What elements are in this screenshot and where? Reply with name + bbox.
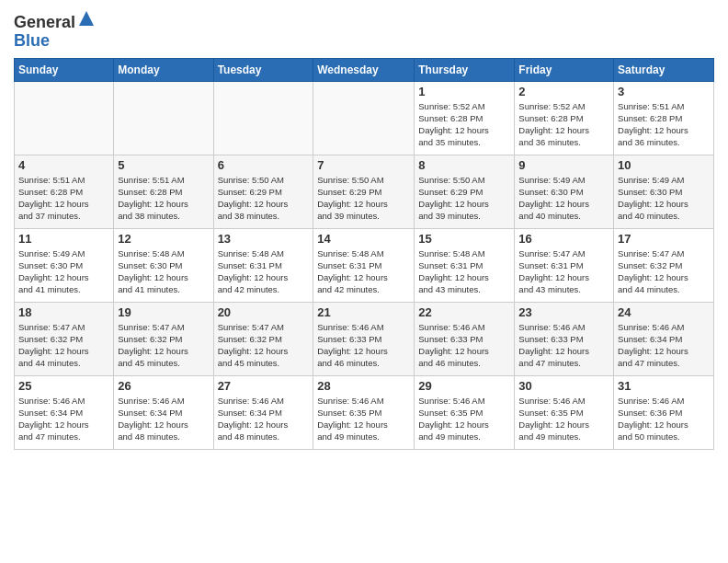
header: General Blue	[14, 9, 714, 51]
calendar-week-2: 4Sunrise: 5:51 AMSunset: 6:28 PMDaylight…	[15, 155, 714, 228]
day-info: Sunrise: 5:51 AMSunset: 6:28 PMDaylight:…	[118, 174, 209, 223]
day-info: Sunrise: 5:48 AMSunset: 6:31 PMDaylight:…	[218, 247, 310, 296]
day-number: 11	[18, 232, 109, 246]
calendar-cell: 21Sunrise: 5:46 AMSunset: 6:33 PMDayligh…	[313, 302, 415, 375]
day-number: 8	[418, 158, 510, 172]
calendar-cell: 29Sunrise: 5:46 AMSunset: 6:35 PMDayligh…	[415, 375, 515, 449]
logo-blue-text: Blue	[14, 31, 50, 50]
calendar-cell: 7Sunrise: 5:50 AMSunset: 6:29 PMDaylight…	[313, 155, 415, 228]
logo-general-text: General	[14, 13, 75, 31]
page: General Blue SundayMondayTuesdayWednesda…	[0, 0, 728, 563]
calendar-cell: 30Sunrise: 5:46 AMSunset: 6:35 PMDayligh…	[515, 375, 614, 449]
day-number: 15	[418, 232, 510, 246]
day-info: Sunrise: 5:46 AMSunset: 6:36 PMDaylight:…	[618, 395, 710, 443]
day-number: 31	[618, 379, 710, 393]
day-number: 20	[218, 305, 310, 319]
day-info: Sunrise: 5:46 AMSunset: 6:34 PMDaylight:…	[618, 321, 710, 370]
day-number: 2	[518, 85, 609, 98]
calendar-cell: 22Sunrise: 5:46 AMSunset: 6:33 PMDayligh…	[415, 302, 515, 375]
day-info: Sunrise: 5:52 AMSunset: 6:28 PMDaylight:…	[518, 100, 609, 149]
calendar-cell: 3Sunrise: 5:51 AMSunset: 6:28 PMDaylight…	[614, 81, 714, 155]
calendar-table: SundayMondayTuesdayWednesdayThursdayFrid…	[14, 58, 714, 450]
calendar-cell: 9Sunrise: 5:49 AMSunset: 6:30 PMDaylight…	[515, 155, 614, 228]
day-number: 18	[18, 305, 109, 319]
calendar-cell: 5Sunrise: 5:51 AMSunset: 6:28 PMDaylight…	[114, 155, 213, 228]
calendar-cell: 25Sunrise: 5:46 AMSunset: 6:34 PMDayligh…	[15, 375, 114, 449]
weekday-header-sunday: Sunday	[15, 58, 114, 81]
calendar-cell: 4Sunrise: 5:51 AMSunset: 6:28 PMDaylight…	[15, 155, 114, 228]
day-info: Sunrise: 5:46 AMSunset: 6:34 PMDaylight:…	[218, 395, 310, 443]
day-number: 13	[218, 232, 310, 246]
day-number: 16	[518, 232, 609, 246]
day-info: Sunrise: 5:47 AMSunset: 6:32 PMDaylight:…	[618, 247, 710, 296]
day-number: 10	[618, 158, 710, 172]
day-info: Sunrise: 5:46 AMSunset: 6:35 PMDaylight:…	[317, 395, 410, 443]
day-info: Sunrise: 5:46 AMSunset: 6:34 PMDaylight:…	[118, 395, 209, 443]
calendar-cell: 11Sunrise: 5:49 AMSunset: 6:30 PMDayligh…	[15, 228, 114, 302]
day-info: Sunrise: 5:48 AMSunset: 6:31 PMDaylight:…	[317, 247, 410, 296]
calendar-cell: 13Sunrise: 5:48 AMSunset: 6:31 PMDayligh…	[213, 228, 313, 302]
day-number: 12	[118, 232, 209, 246]
calendar-cell: 26Sunrise: 5:46 AMSunset: 6:34 PMDayligh…	[114, 375, 213, 449]
day-info: Sunrise: 5:47 AMSunset: 6:32 PMDaylight:…	[218, 321, 310, 370]
day-info: Sunrise: 5:46 AMSunset: 6:33 PMDaylight:…	[518, 321, 609, 370]
day-number: 29	[418, 379, 510, 393]
day-number: 25	[18, 379, 109, 393]
day-number: 26	[118, 379, 209, 393]
day-number: 4	[18, 158, 109, 172]
calendar-cell: 6Sunrise: 5:50 AMSunset: 6:29 PMDaylight…	[213, 155, 313, 228]
day-number: 14	[317, 232, 410, 246]
weekday-header-wednesday: Wednesday	[313, 58, 415, 81]
weekday-header-monday: Monday	[114, 58, 213, 81]
day-info: Sunrise: 5:50 AMSunset: 6:29 PMDaylight:…	[418, 174, 510, 223]
weekday-header-saturday: Saturday	[614, 58, 714, 81]
weekday-header-friday: Friday	[515, 58, 614, 81]
calendar-cell: 16Sunrise: 5:47 AMSunset: 6:31 PMDayligh…	[515, 228, 614, 302]
day-info: Sunrise: 5:49 AMSunset: 6:30 PMDaylight:…	[618, 174, 710, 223]
calendar-cell: 10Sunrise: 5:49 AMSunset: 6:30 PMDayligh…	[614, 155, 714, 228]
day-info: Sunrise: 5:48 AMSunset: 6:31 PMDaylight:…	[418, 247, 510, 296]
day-number: 5	[118, 158, 209, 172]
calendar-cell: 1Sunrise: 5:52 AMSunset: 6:28 PMDaylight…	[415, 81, 515, 155]
calendar-cell: 8Sunrise: 5:50 AMSunset: 6:29 PMDaylight…	[415, 155, 515, 228]
day-number: 1	[418, 85, 510, 98]
day-info: Sunrise: 5:46 AMSunset: 6:35 PMDaylight:…	[518, 395, 609, 443]
day-info: Sunrise: 5:47 AMSunset: 6:31 PMDaylight:…	[518, 247, 609, 296]
day-info: Sunrise: 5:47 AMSunset: 6:32 PMDaylight:…	[18, 321, 109, 370]
day-info: Sunrise: 5:46 AMSunset: 6:35 PMDaylight:…	[418, 395, 510, 443]
calendar-week-1: 1Sunrise: 5:52 AMSunset: 6:28 PMDaylight…	[15, 81, 714, 155]
day-number: 6	[218, 158, 310, 172]
day-number: 24	[618, 305, 710, 319]
day-number: 3	[618, 85, 710, 98]
day-number: 28	[317, 379, 410, 393]
calendar-cell: 31Sunrise: 5:46 AMSunset: 6:36 PMDayligh…	[614, 375, 714, 449]
calendar-cell: 19Sunrise: 5:47 AMSunset: 6:32 PMDayligh…	[114, 302, 213, 375]
day-number: 21	[317, 305, 410, 319]
calendar-cell: 14Sunrise: 5:48 AMSunset: 6:31 PMDayligh…	[313, 228, 415, 302]
calendar-cell: 20Sunrise: 5:47 AMSunset: 6:32 PMDayligh…	[213, 302, 313, 375]
calendar-cell	[313, 81, 415, 155]
day-info: Sunrise: 5:50 AMSunset: 6:29 PMDaylight:…	[317, 174, 410, 223]
weekday-header-row: SundayMondayTuesdayWednesdayThursdayFrid…	[15, 58, 714, 81]
day-number: 30	[518, 379, 609, 393]
day-info: Sunrise: 5:49 AMSunset: 6:30 PMDaylight:…	[518, 174, 609, 223]
logo: General Blue	[14, 9, 96, 51]
day-info: Sunrise: 5:49 AMSunset: 6:30 PMDaylight:…	[18, 247, 109, 296]
day-number: 27	[218, 379, 310, 393]
day-info: Sunrise: 5:52 AMSunset: 6:28 PMDaylight:…	[418, 100, 510, 149]
svg-marker-0	[79, 11, 94, 26]
calendar-cell	[15, 81, 114, 155]
weekday-header-thursday: Thursday	[415, 58, 515, 81]
day-number: 17	[618, 232, 710, 246]
day-number: 9	[518, 158, 609, 172]
calendar-cell: 27Sunrise: 5:46 AMSunset: 6:34 PMDayligh…	[213, 375, 313, 449]
day-info: Sunrise: 5:51 AMSunset: 6:28 PMDaylight:…	[18, 174, 109, 223]
calendar-cell: 2Sunrise: 5:52 AMSunset: 6:28 PMDaylight…	[515, 81, 614, 155]
day-info: Sunrise: 5:46 AMSunset: 6:33 PMDaylight:…	[418, 321, 510, 370]
calendar-cell: 12Sunrise: 5:48 AMSunset: 6:30 PMDayligh…	[114, 228, 213, 302]
day-info: Sunrise: 5:48 AMSunset: 6:30 PMDaylight:…	[118, 247, 209, 296]
day-info: Sunrise: 5:46 AMSunset: 6:33 PMDaylight:…	[317, 321, 410, 370]
weekday-header-tuesday: Tuesday	[213, 58, 313, 81]
calendar-cell: 23Sunrise: 5:46 AMSunset: 6:33 PMDayligh…	[515, 302, 614, 375]
calendar-week-4: 18Sunrise: 5:47 AMSunset: 6:32 PMDayligh…	[15, 302, 714, 375]
